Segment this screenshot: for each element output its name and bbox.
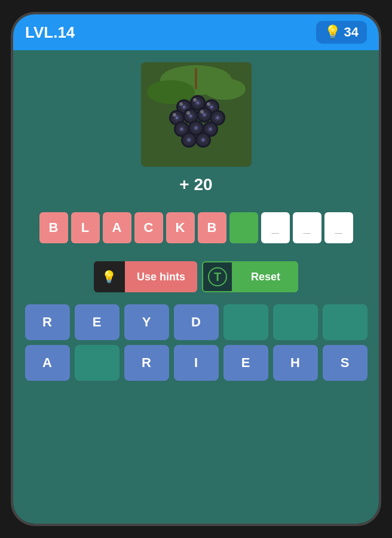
- svg-point-8: [183, 106, 185, 108]
- hint-bulb-icon: 💡: [102, 270, 117, 284]
- key-empty1[interactable]: [223, 304, 268, 340]
- svg-point-20: [176, 117, 178, 119]
- tile-B2[interactable]: B: [198, 212, 226, 243]
- device: LVL.14 💡 34: [11, 12, 381, 526]
- tile-A[interactable]: A: [103, 212, 131, 243]
- tile-C[interactable]: C: [134, 212, 163, 243]
- svg-point-58: [200, 110, 204, 114]
- hints-badge: 💡 34: [316, 21, 367, 44]
- tile-B1[interactable]: B: [39, 212, 68, 243]
- reset-button[interactable]: Reset: [233, 261, 298, 292]
- bulb-icon: 💡: [324, 25, 341, 40]
- svg-point-16: [210, 106, 213, 108]
- tile-empty1[interactable]: _: [261, 212, 290, 243]
- svg-point-57: [186, 111, 190, 115]
- key-E[interactable]: E: [75, 304, 120, 340]
- svg-point-36: [180, 128, 183, 130]
- key-D[interactable]: D: [174, 304, 219, 340]
- key-Y[interactable]: Y: [124, 304, 169, 340]
- key-row-1: R E Y D: [31, 304, 361, 340]
- hint-dark-box: 💡: [94, 261, 125, 292]
- key-I[interactable]: I: [174, 345, 219, 381]
- tile-L[interactable]: L: [71, 212, 100, 243]
- svg-point-28: [203, 114, 206, 116]
- svg-point-55: [207, 102, 210, 106]
- level-label: LVL.14: [25, 23, 75, 42]
- key-R2[interactable]: R: [124, 345, 169, 381]
- header: LVL.14 💡 34: [13, 14, 379, 50]
- svg-point-40: [195, 127, 197, 129]
- svg-point-48: [188, 139, 190, 141]
- buttons-row: 💡 Use hints T Reset: [25, 261, 367, 292]
- svg-point-53: [179, 102, 183, 106]
- svg-point-54: [193, 98, 197, 102]
- key-empty4[interactable]: [75, 345, 120, 381]
- screen: LVL.14 💡 34: [13, 14, 379, 524]
- score-label: + 20: [179, 175, 212, 194]
- tile-green[interactable]: [229, 212, 258, 243]
- key-S[interactable]: S: [323, 345, 368, 381]
- key-empty3[interactable]: [323, 304, 368, 340]
- svg-point-3: [204, 78, 246, 100]
- key-row-2: A R I E H S: [31, 345, 361, 381]
- reset-dark-box: T: [202, 261, 233, 292]
- reset-t-icon: T: [208, 267, 227, 286]
- tile-empty2[interactable]: _: [293, 212, 321, 243]
- keyboard: R E Y D A R I E H S: [25, 304, 367, 381]
- tile-K[interactable]: K: [166, 212, 195, 243]
- svg-point-44: [209, 128, 212, 130]
- svg-point-52: [202, 139, 204, 141]
- svg-point-56: [173, 113, 176, 117]
- use-hints-button[interactable]: Use hints: [125, 261, 197, 292]
- svg-point-32: [216, 117, 219, 119]
- key-H[interactable]: H: [273, 345, 318, 381]
- key-R[interactable]: R: [25, 304, 70, 340]
- use-hints-container: 💡 Use hints: [94, 261, 197, 292]
- key-A[interactable]: A: [25, 345, 70, 381]
- key-E2[interactable]: E: [223, 345, 268, 381]
- svg-point-12: [197, 102, 199, 104]
- svg-point-24: [189, 115, 192, 117]
- reset-container: T Reset: [202, 261, 298, 292]
- key-empty2[interactable]: [273, 304, 318, 340]
- hints-count: 34: [344, 25, 359, 40]
- tiles-row: B L A C K B _ _ _: [39, 212, 353, 243]
- fruit-image: [141, 62, 252, 167]
- tile-empty3[interactable]: _: [324, 212, 353, 243]
- content: + 20 B L A C K B _ _ _ 💡 Use: [13, 50, 379, 524]
